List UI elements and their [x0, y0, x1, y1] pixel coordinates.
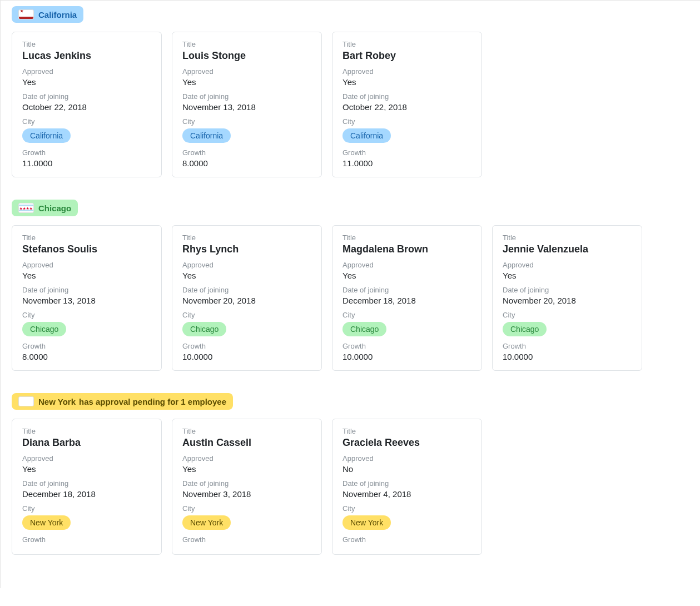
value-approved: Yes: [22, 464, 151, 474]
record-card[interactable]: TitleRhys LynchApprovedYesDate of joinin…: [172, 225, 322, 371]
record-card[interactable]: TitleAustin CassellApprovedYesDate of jo…: [172, 419, 322, 555]
field-title: TitleDiana Barba: [22, 427, 151, 449]
label-title: Title: [342, 427, 471, 435]
city-tag[interactable]: Chicago: [22, 322, 66, 336]
group-header[interactable]: New Yorkhas approval pending for 1 emplo…: [12, 393, 233, 410]
field-growth: Growth8.0000: [22, 342, 151, 361]
value-date: November 4, 2018: [342, 489, 471, 499]
record-card[interactable]: TitleBart RobeyApprovedYesDate of joinin…: [332, 32, 482, 177]
field-title: TitleStefanos Soulis: [22, 234, 151, 255]
label-date: Date of joining: [182, 479, 311, 488]
label-approved: Approved: [22, 261, 151, 269]
group-name: California: [38, 10, 77, 19]
value-title: Jennie Valenzuela: [503, 244, 632, 255]
label-title: Title: [22, 40, 151, 48]
label-city: City: [182, 117, 311, 126]
label-approved: Approved: [503, 261, 632, 269]
field-approved: ApprovedYes: [22, 67, 151, 87]
group-suffix: has approval pending for 1 employee: [79, 397, 226, 406]
value-date: December 18, 2018: [342, 296, 471, 305]
city-tag[interactable]: New York: [342, 515, 391, 530]
field-approved: ApprovedYes: [182, 67, 311, 87]
record-card[interactable]: TitleJennie ValenzuelaApprovedYesDate of…: [492, 225, 642, 371]
label-city: City: [22, 504, 151, 513]
field-approved: ApprovedYes: [342, 261, 471, 280]
cards-row: TitleDiana BarbaApprovedYesDate of joini…: [12, 419, 689, 555]
city-tag[interactable]: New York: [182, 515, 231, 530]
label-approved: Approved: [182, 261, 311, 269]
field-date: Date of joiningNovember 20, 2018: [182, 286, 311, 305]
value-approved: Yes: [182, 77, 311, 87]
value-date: November 13, 2018: [22, 296, 151, 305]
field-city: CityCalifornia: [22, 117, 151, 143]
value-title: Diana Barba: [22, 437, 151, 449]
field-city: CityChicago: [503, 311, 632, 336]
label-city: City: [342, 311, 471, 319]
city-tag[interactable]: Chicago: [342, 322, 386, 336]
field-date: Date of joiningNovember 4, 2018: [342, 479, 471, 499]
label-date: Date of joining: [22, 92, 151, 101]
field-date: Date of joiningOctober 22, 2018: [22, 92, 151, 112]
value-title: Stefanos Soulis: [22, 244, 151, 255]
label-growth: Growth: [22, 535, 151, 544]
city-tag[interactable]: California: [22, 128, 71, 143]
field-city: CityNew York: [342, 504, 471, 530]
record-card[interactable]: TitleStefanos SoulisApprovedYesDate of j…: [12, 225, 162, 371]
value-growth: 11.0000: [342, 158, 471, 168]
group: ★★★★ChicagoTitleStefanos SoulisApprovedY…: [12, 200, 689, 371]
field-city: CityNew York: [22, 504, 151, 530]
field-growth: Growth10.0000: [342, 342, 471, 361]
label-city: City: [503, 311, 632, 319]
label-growth: Growth: [342, 342, 471, 350]
city-tag[interactable]: Chicago: [182, 322, 226, 336]
label-city: City: [182, 311, 311, 319]
label-title: Title: [22, 427, 151, 435]
label-title: Title: [22, 234, 151, 242]
field-title: TitleLouis Stonge: [182, 40, 311, 62]
group: CaliforniaTitleLucas JenkinsApprovedYesD…: [12, 6, 689, 177]
group-header[interactable]: ★★★★Chicago: [12, 200, 78, 216]
field-approved: ApprovedYes: [22, 261, 151, 280]
label-approved: Approved: [342, 454, 471, 463]
city-tag[interactable]: California: [182, 128, 231, 143]
label-approved: Approved: [182, 454, 311, 463]
record-card[interactable]: TitleMagdalena BrownApprovedYesDate of j…: [332, 225, 482, 371]
field-approved: ApprovedYes: [22, 454, 151, 474]
field-approved: ApprovedNo: [342, 454, 471, 474]
label-date: Date of joining: [342, 92, 471, 101]
value-growth: 10.0000: [342, 352, 471, 361]
record-card[interactable]: TitleLucas JenkinsApprovedYesDate of joi…: [12, 32, 162, 177]
field-city: CityCalifornia: [182, 117, 311, 143]
value-title: Louis Stonge: [182, 50, 311, 62]
record-card[interactable]: TitleLouis StongeApprovedYesDate of join…: [172, 32, 322, 177]
label-title: Title: [182, 427, 311, 435]
value-date: October 22, 2018: [22, 102, 151, 112]
value-date: November 3, 2018: [182, 489, 311, 499]
city-tag[interactable]: New York: [22, 515, 71, 530]
cards-row: TitleLucas JenkinsApprovedYesDate of joi…: [12, 32, 689, 177]
value-title: Magdalena Brown: [342, 244, 471, 255]
field-date: Date of joiningOctober 22, 2018: [342, 92, 471, 112]
label-approved: Approved: [22, 67, 151, 76]
value-approved: No: [342, 464, 471, 474]
label-date: Date of joining: [182, 92, 311, 101]
label-title: Title: [342, 234, 471, 242]
label-title: Title: [342, 40, 471, 48]
field-growth: Growth: [342, 535, 471, 544]
field-city: CityNew York: [182, 504, 311, 530]
label-city: City: [22, 117, 151, 126]
city-tag[interactable]: California: [342, 128, 391, 143]
value-growth: 10.0000: [503, 352, 632, 361]
value-approved: Yes: [22, 77, 151, 87]
value-growth: 10.0000: [182, 352, 311, 361]
label-growth: Growth: [342, 535, 471, 544]
group-header[interactable]: California: [12, 6, 83, 23]
city-tag[interactable]: Chicago: [503, 322, 547, 336]
record-card[interactable]: TitleGraciela ReevesApprovedNoDate of jo…: [332, 419, 482, 555]
label-growth: Growth: [182, 535, 311, 544]
record-card[interactable]: TitleDiana BarbaApprovedYesDate of joini…: [12, 419, 162, 555]
field-city: CityCalifornia: [342, 117, 471, 143]
field-title: TitleBart Robey: [342, 40, 471, 62]
field-title: TitleRhys Lynch: [182, 234, 311, 255]
field-approved: ApprovedYes: [342, 67, 471, 87]
